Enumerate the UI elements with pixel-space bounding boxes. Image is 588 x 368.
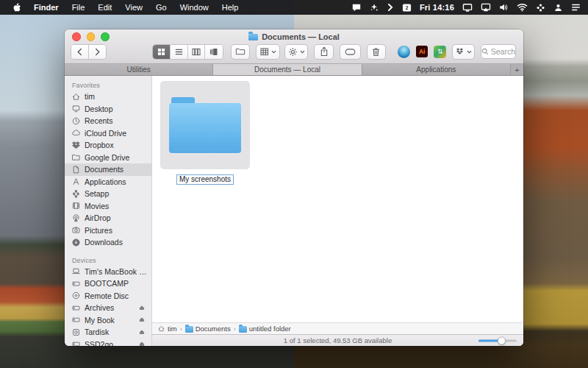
- menu-item-help[interactable]: Help: [215, 0, 245, 15]
- notification-list-icon[interactable]: [571, 3, 581, 12]
- fan-icon[interactable]: [536, 3, 545, 13]
- chat-icon[interactable]: [351, 3, 362, 13]
- sidebar-item-ssd2go[interactable]: SSD2go: [65, 339, 151, 347]
- chevron-down-icon: [271, 50, 276, 54]
- hdd-icon: [71, 279, 81, 289]
- share-button[interactable]: [314, 44, 334, 60]
- sidebar-item-recents[interactable]: Recents: [65, 115, 151, 127]
- sidebar-item-label: Recents: [85, 116, 148, 125]
- menu-item-finder[interactable]: Finder: [27, 0, 65, 15]
- airplay-icon[interactable]: [481, 3, 491, 12]
- folder-name-edit-field[interactable]: My screenshots: [176, 174, 234, 185]
- sidebar-item-applications[interactable]: Applications: [65, 176, 151, 188]
- slider-thumb[interactable]: [498, 336, 506, 344]
- dropbox-menu-button[interactable]: [452, 44, 475, 60]
- menu-item-edit[interactable]: Edit: [91, 0, 118, 15]
- menu-item-view[interactable]: View: [118, 0, 149, 15]
- sidebar-item-my-book[interactable]: My Book: [65, 314, 151, 327]
- volume-icon[interactable]: [499, 3, 509, 12]
- close-button[interactable]: [72, 32, 81, 41]
- title-bar[interactable]: Documents — Local: [65, 29, 523, 43]
- sidebar-item-icloud-drive[interactable]: iCloud Drive: [65, 127, 151, 140]
- icon-view-button[interactable]: [153, 45, 171, 59]
- sidebar-item-label: Movies: [85, 202, 148, 210]
- eject-icon[interactable]: [138, 304, 146, 312]
- ai-glyph: Ai: [416, 46, 428, 57]
- wifi-icon[interactable]: [517, 3, 528, 12]
- sidebar-item-label: Archives: [85, 303, 135, 312]
- toolbar: Ai ⇅ Search: [65, 43, 523, 63]
- zoom-button[interactable]: [101, 32, 110, 41]
- setapp-icon: [71, 189, 81, 199]
- selected-folder-tile[interactable]: [160, 81, 250, 169]
- path-segment-untitled-folder[interactable]: untitled folder: [239, 325, 291, 333]
- back-button[interactable]: [71, 45, 89, 59]
- coverflow-view-button[interactable]: [205, 45, 223, 59]
- sidebar-item-dropbox[interactable]: Dropbox: [65, 139, 151, 152]
- sidebar-item-tim-s-macbook-pro[interactable]: Tim's MacBook Pro: [65, 266, 151, 278]
- path-segment-documents[interactable]: Documents: [185, 325, 231, 333]
- sidebar-item-pictures[interactable]: Pictures: [65, 224, 151, 237]
- arrange-menu-button[interactable]: [256, 44, 280, 60]
- trash-button[interactable]: [367, 44, 387, 60]
- sidebar-item-label: BOOTCAMP: [85, 279, 148, 288]
- sidebar-item-downloads[interactable]: Downloads: [65, 236, 151, 249]
- path-bar: tim›Documents›untitled folder: [152, 322, 523, 334]
- sidebar-item-remote-disc[interactable]: Remote Disc: [65, 290, 151, 302]
- tab-documents-local[interactable]: Documents — Local: [213, 64, 362, 75]
- main-content: My screenshots tim›Documents›untitled fo…: [152, 76, 523, 346]
- app-sphere-icon[interactable]: [398, 46, 410, 58]
- path-segment-tim[interactable]: tim: [157, 325, 177, 333]
- sidebar-item-bootcamp[interactable]: BOOTCAMP: [65, 277, 151, 290]
- search-input[interactable]: Search: [481, 44, 516, 59]
- navigation-buttons: [71, 44, 107, 60]
- sidebar-item-archives[interactable]: Archives: [65, 302, 151, 314]
- app-illustrator-icon[interactable]: Ai: [416, 46, 428, 57]
- tag-button[interactable]: [340, 44, 361, 60]
- action-menu-button[interactable]: [284, 44, 309, 60]
- sidebar-item-desktop[interactable]: Desktop: [65, 103, 151, 116]
- tag-icon: [345, 49, 356, 55]
- folder-body: [169, 103, 241, 153]
- sidebar-item-movies[interactable]: Movies: [65, 200, 151, 213]
- wand-icon[interactable]: [370, 3, 379, 12]
- calendar-icon[interactable]: 2: [402, 3, 412, 13]
- download-icon: [71, 238, 81, 247]
- sidebar-item-google-drive[interactable]: Google Drive: [65, 152, 151, 164]
- chevron-icon[interactable]: [387, 3, 394, 12]
- eject-icon[interactable]: [138, 328, 146, 336]
- app-colored-icon[interactable]: ⇅: [434, 46, 446, 58]
- status-bar: 1 of 1 selected, 49.53 GB available: [152, 334, 523, 346]
- tab-utilities[interactable]: Utilities: [65, 64, 213, 75]
- forward-button[interactable]: [89, 45, 107, 59]
- user-icon[interactable]: [553, 3, 563, 13]
- sidebar-item-label: Setapp: [85, 189, 148, 198]
- sidebar-section-favorites: Favorites: [65, 79, 151, 91]
- sidebar-item-tardisk[interactable]: Tardisk: [65, 326, 151, 339]
- sidebar-item-label: iCloud Drive: [85, 129, 148, 138]
- sidebar-item-documents[interactable]: Documents: [65, 163, 151, 176]
- sphere-glyph: [398, 46, 410, 58]
- add-tab-button[interactable]: +: [511, 64, 523, 75]
- display-icon[interactable]: [462, 3, 473, 12]
- file-view[interactable]: My screenshots: [152, 76, 523, 322]
- menu-clock[interactable]: Fri 14:16: [420, 3, 454, 12]
- menu-item-file[interactable]: File: [65, 0, 92, 15]
- eject-icon[interactable]: [138, 316, 146, 324]
- list-view-button[interactable]: [171, 45, 188, 59]
- apple-menu[interactable]: [12, 2, 21, 13]
- icon-size-slider[interactable]: [478, 336, 517, 344]
- eject-icon[interactable]: [138, 340, 146, 346]
- sidebar-item-tim[interactable]: tim: [65, 91, 151, 103]
- new-folder-button[interactable]: [231, 44, 251, 60]
- svg-text:2: 2: [406, 5, 409, 10]
- minimize-button[interactable]: [87, 32, 96, 41]
- sidebar-item-airdrop[interactable]: AirDrop: [65, 212, 151, 224]
- menu-item-window[interactable]: Window: [173, 0, 215, 15]
- tab-applications[interactable]: Applications: [362, 64, 511, 75]
- sidebar-item-setapp[interactable]: Setapp: [65, 188, 151, 200]
- column-view-button[interactable]: [188, 45, 206, 59]
- colored-glyph: ⇅: [434, 46, 446, 58]
- menu-item-go[interactable]: Go: [149, 0, 173, 15]
- camera-icon: [71, 225, 81, 235]
